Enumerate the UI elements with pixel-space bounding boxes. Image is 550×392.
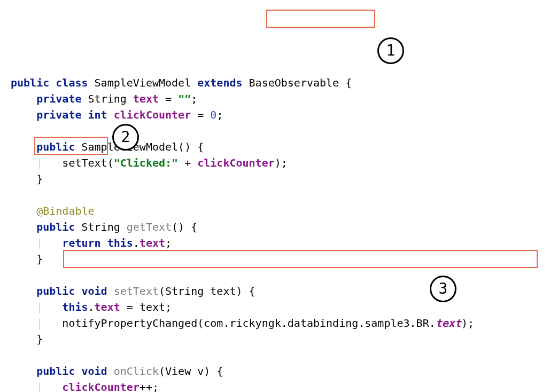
br-text: text (436, 317, 461, 330)
call-notifyPropertyChanged: notifyPropertyChanged (62, 317, 197, 330)
field-text: text (140, 237, 165, 249)
keyword-this: this (107, 237, 133, 249)
type-view: View (165, 365, 191, 378)
string-clicked: "Clicked:" (114, 156, 178, 169)
keyword-private: private (36, 92, 81, 105)
class-name: SampleViewModel (95, 76, 191, 89)
keyword-public: public (36, 140, 75, 153)
gutter-bar: | (36, 156, 43, 169)
gutter-bar: | (36, 317, 43, 330)
keyword-return: return (62, 237, 100, 249)
keyword-public: public (11, 76, 49, 89)
type-string: String (81, 221, 120, 233)
circle-annotation-1: 1 (377, 37, 404, 64)
type-string: String (88, 92, 127, 105)
param-text: text (210, 285, 236, 297)
gutter-bar: | (36, 381, 43, 392)
field-clickCounter: clickCounter (197, 156, 275, 169)
op-increment: ++ (140, 381, 152, 392)
method-setText: setText (114, 285, 159, 297)
keyword-class: class (56, 76, 88, 89)
method-onClick: onClick (114, 365, 159, 378)
keyword-void: void (81, 365, 107, 378)
keyword-public: public (36, 221, 75, 233)
keyword-public: public (36, 285, 75, 297)
gutter-bar: | (36, 301, 43, 313)
param-text: text (140, 301, 165, 313)
type-string: String (165, 285, 204, 297)
open-brace: { (345, 76, 352, 89)
highlight-box-1 (266, 10, 375, 28)
number-zero: 0 (210, 108, 216, 121)
constructor-name: SampleViewModel (81, 140, 178, 153)
keyword-extends: extends (197, 76, 242, 89)
field-text: text (133, 92, 159, 105)
keyword-int: int (88, 108, 107, 121)
package-path: com.rickyngk.databinding.sample3.BR. (204, 317, 435, 330)
keyword-private: private (36, 108, 81, 121)
param-v: v (197, 365, 204, 378)
gutter-bar: | (36, 237, 43, 249)
base-class: BaseObservable (249, 76, 339, 89)
field-text: text (95, 301, 120, 313)
method-getText: getText (127, 221, 172, 233)
field-clickCounter: clickCounter (114, 108, 191, 121)
keyword-void: void (81, 285, 107, 297)
code-block: public class SampleViewModel extends Bas… (11, 75, 539, 392)
string-empty: "" (178, 92, 191, 105)
field-clickCounter: clickCounter (62, 381, 140, 392)
keyword-this: this (62, 301, 88, 313)
annotation-bindable: @Bindable (36, 205, 94, 217)
keyword-public: public (36, 365, 75, 378)
